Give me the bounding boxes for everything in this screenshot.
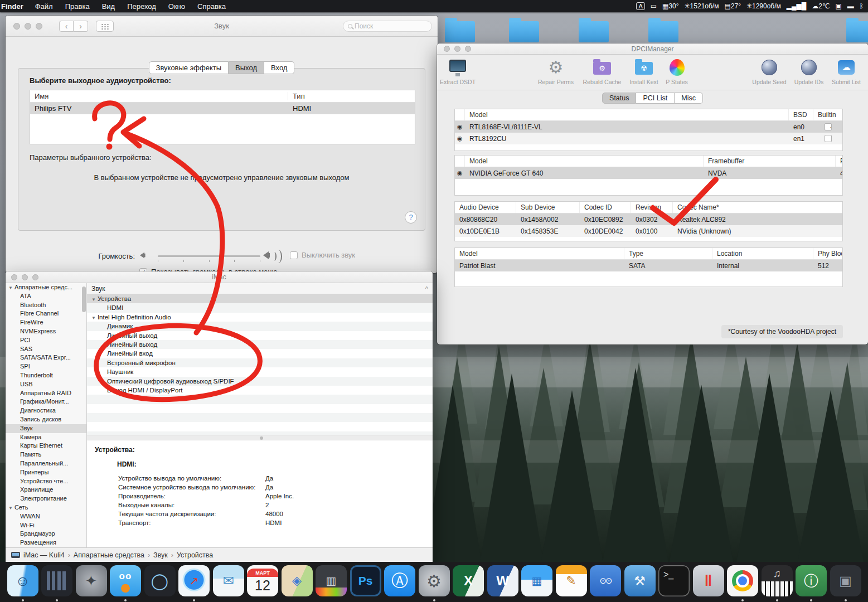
desktop-folder[interactable] bbox=[509, 21, 539, 42]
col-framebuffer[interactable]: Framebuffer bbox=[704, 156, 836, 167]
tree-item-line-in[interactable]: Линейный вход bbox=[87, 349, 433, 358]
tab-sound-effects[interactable]: Звуковые эффекты bbox=[149, 61, 229, 74]
sidebar-item-firewire[interactable]: FireWire bbox=[6, 318, 86, 327]
builtin-checkbox[interactable]: ✓ bbox=[825, 123, 832, 130]
tree-item-line-out[interactable]: Линейный выход bbox=[87, 340, 433, 349]
sidebar-item-diagnostics[interactable]: Диагностика bbox=[6, 406, 86, 415]
sidebar-item-camera[interactable]: Камера bbox=[6, 433, 86, 442]
tab-pci-list[interactable]: PCI List bbox=[636, 93, 675, 104]
col-codec-id[interactable]: Codec ID bbox=[580, 202, 631, 213]
menu-go[interactable]: Переход bbox=[127, 2, 156, 11]
sidebar-item-bluetooth[interactable]: Bluetooth bbox=[6, 301, 86, 310]
pane-splitter[interactable] bbox=[87, 435, 433, 440]
disclosure-icon[interactable]: ▼ bbox=[91, 297, 96, 302]
sidebar-item-wifi[interactable]: Wi-Fi bbox=[6, 521, 86, 530]
gpu-temp-indicator[interactable]: ▤27° bbox=[724, 2, 740, 10]
sidebar-item-wwan[interactable]: WWAN bbox=[6, 512, 86, 521]
collapse-icon[interactable]: ^ bbox=[425, 285, 428, 292]
breadcrumb-hardware[interactable]: Аппаратные средства bbox=[74, 551, 144, 559]
display-icon[interactable]: ▭ bbox=[651, 2, 657, 10]
table-row[interactable]: 0x80868C20 0x1458A002 0x10EC0892 0x0302 … bbox=[455, 213, 842, 225]
show-all-button[interactable] bbox=[96, 21, 114, 32]
sidebar-item-sas[interactable]: SAS bbox=[6, 345, 86, 354]
forward-button[interactable]: › bbox=[74, 21, 88, 32]
breadcrumb-devices[interactable]: Устройства bbox=[177, 551, 213, 559]
tree-item-line-out[interactable]: Линейный выход bbox=[87, 331, 433, 340]
table-row[interactable]: 0x10DE0E1B 0x1458353E 0x10DE0042 0x0100 … bbox=[455, 225, 842, 237]
menu-help[interactable]: Справка bbox=[197, 2, 226, 11]
back-button[interactable]: ‹ bbox=[59, 21, 74, 32]
toolbar-submit-list[interactable]: ☁ Submit List bbox=[816, 57, 868, 85]
close-button[interactable] bbox=[13, 23, 20, 30]
sidebar-item-ethernet-cards[interactable]: Карты Ethernet bbox=[6, 441, 86, 450]
dock-word[interactable]: W bbox=[487, 565, 518, 596]
breadcrumb-root[interactable]: iMac — Kuli4 bbox=[23, 551, 65, 559]
breadcrumb-sound[interactable]: Звук bbox=[153, 551, 168, 559]
menu-file[interactable]: Файл bbox=[35, 2, 53, 11]
dock-safari[interactable]: ↗ bbox=[178, 565, 210, 596]
tree-item-internal-mic[interactable]: Встроенный микрофон bbox=[87, 358, 433, 367]
help-button[interactable]: ? bbox=[405, 211, 417, 224]
mute-checkbox[interactable]: ✓ bbox=[290, 251, 298, 259]
tree-item-hdmi[interactable]: HDMI bbox=[87, 303, 433, 312]
col-bsd[interactable]: BSD bbox=[789, 109, 813, 120]
close-button[interactable] bbox=[11, 274, 17, 280]
col-model[interactable]: Model bbox=[455, 248, 624, 259]
dock-parallels[interactable]: ‖ bbox=[693, 565, 724, 596]
desktop-folder[interactable] bbox=[579, 21, 609, 42]
desktop-folder[interactable] bbox=[445, 21, 475, 42]
tab-input[interactable]: Вход bbox=[264, 61, 294, 74]
dock-excel[interactable]: X bbox=[453, 565, 484, 596]
search-input[interactable]: Поиск bbox=[343, 21, 432, 32]
tree-item-hdmi-displayport[interactable]: Выход HDMI / DisplayPort bbox=[87, 386, 433, 395]
menu-view[interactable]: Вид bbox=[102, 2, 115, 11]
table-row[interactable]: ◉ RTL8168E-VL/8111E-VL en0 ✓ bbox=[455, 121, 842, 133]
eye-icon[interactable]: ◉ bbox=[455, 169, 465, 177]
sidebar-group-hardware[interactable]: ▼Аппаратные средс... bbox=[6, 283, 86, 292]
dock-mail[interactable]: ✉ bbox=[213, 565, 244, 596]
desktop-folder[interactable] bbox=[648, 21, 678, 42]
dock-photoshop[interactable]: Ps bbox=[350, 565, 381, 596]
eye-icon[interactable]: ◉ bbox=[455, 123, 465, 130]
column-name[interactable]: Имя bbox=[30, 92, 288, 100]
col-codec-name[interactable]: Codec Name* bbox=[673, 202, 842, 213]
col-builtin[interactable]: Builtin bbox=[813, 109, 842, 120]
sidebar-item-memory[interactable]: Память bbox=[6, 450, 86, 459]
dock-terminal[interactable]: >_ bbox=[658, 565, 690, 596]
desktop-folder[interactable] bbox=[846, 21, 868, 42]
sidebar-item-storage[interactable]: Хранилище bbox=[6, 486, 86, 494]
sidebar-item-pci[interactable]: PCI bbox=[6, 336, 86, 345]
sidebar-item-power[interactable]: Электропитание bbox=[6, 494, 86, 503]
zoom-button[interactable] bbox=[32, 274, 38, 280]
col-phy-block[interactable]: Phy Block bbox=[813, 248, 842, 259]
dock-keynote[interactable]: ▦ bbox=[521, 565, 552, 596]
tab-status[interactable]: Status bbox=[602, 93, 636, 104]
dock-chip-tool[interactable]: ▣ bbox=[830, 565, 861, 596]
toolbar-extract-dsdt[interactable]: Extract DSDT bbox=[427, 57, 488, 85]
dock-dpcimanager[interactable]: ⓘ bbox=[796, 565, 827, 596]
dock-launchpad[interactable]: ✦ bbox=[76, 565, 107, 596]
dock-audio-midi-setup[interactable]: ♫ bbox=[762, 565, 793, 596]
close-button[interactable] bbox=[444, 46, 450, 52]
column-type[interactable]: Тип bbox=[288, 92, 415, 100]
minimize-button[interactable] bbox=[22, 274, 28, 280]
sidebar-item-locations[interactable]: Размещения bbox=[6, 538, 86, 547]
menu-app-finder[interactable]: Finder bbox=[1, 2, 23, 11]
dock-xcode[interactable]: ⚒ bbox=[624, 565, 656, 596]
device-row[interactable]: Philips FTV HDMI bbox=[30, 103, 415, 114]
sidebar-item-printers[interactable]: Принтеры bbox=[6, 468, 86, 477]
sidebar-item-nvmexpress[interactable]: NVMExpress bbox=[6, 327, 86, 336]
zoom-button[interactable] bbox=[36, 23, 42, 30]
disclosure-icon[interactable]: ▼ bbox=[8, 285, 13, 290]
table-row[interactable]: ◉ RTL8192CU en1 ✓ bbox=[455, 133, 842, 144]
menu-window[interactable]: Окно bbox=[168, 2, 185, 11]
sidebar-item-parallel[interactable]: Параллельный... bbox=[6, 459, 86, 468]
col-revision[interactable]: Revision bbox=[631, 202, 673, 213]
dock-system-preferences[interactable]: ⚙ bbox=[419, 565, 450, 596]
tree-item-speaker[interactable]: Динамик bbox=[87, 322, 433, 331]
dock-camera-app[interactable]: ◯ bbox=[144, 565, 176, 596]
col-model[interactable]: Model bbox=[465, 156, 704, 167]
builtin-checkbox[interactable]: ✓ bbox=[825, 135, 832, 142]
cpu-fan-indicator[interactable]: ✳1521об/м bbox=[685, 2, 719, 10]
col-model[interactable]: Model bbox=[465, 109, 789, 120]
